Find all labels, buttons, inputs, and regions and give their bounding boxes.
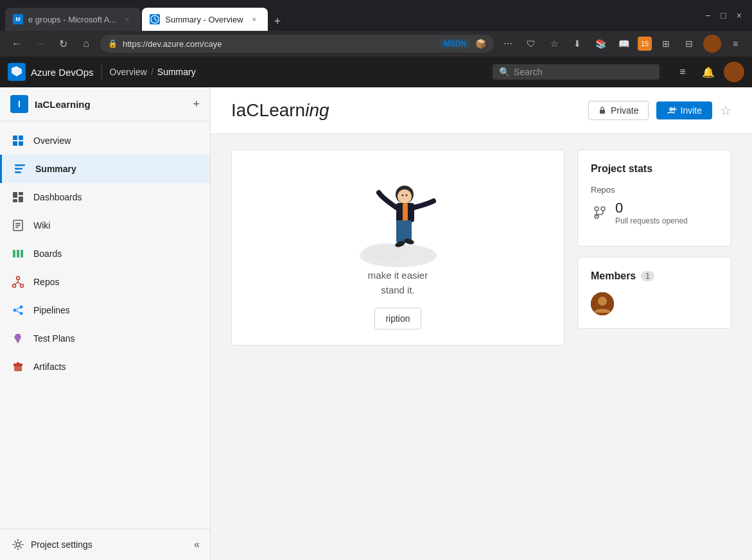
svg-rect-5 <box>19 141 23 146</box>
maximize-button[interactable]: □ <box>721 10 726 21</box>
header-search[interactable]: 🔍 Search <box>493 64 660 80</box>
project-title: IaCLearning <box>231 100 329 121</box>
window-controls[interactable]: − □ × <box>700 10 747 21</box>
tab-1[interactable]: M e groups - Microsoft A... × <box>5 8 141 31</box>
sidebar-item-test-plans[interactable]: Test Plans <box>0 324 210 353</box>
test-plans-icon <box>10 331 26 346</box>
forward-button[interactable]: → <box>31 35 49 53</box>
sidebar-item-summary[interactable]: Summary <box>0 155 210 183</box>
tab-2[interactable]: Summary - Overview × <box>142 8 267 31</box>
summary-label: Summary <box>35 164 76 174</box>
search-placeholder: Search <box>514 67 542 77</box>
sidebar-nav: Overview Summary <box>0 121 210 529</box>
user-avatar[interactable] <box>724 62 744 82</box>
project-add-button[interactable]: + <box>193 98 200 111</box>
private-label: Private <box>611 105 639 116</box>
svg-rect-28 <box>17 362 19 364</box>
pipelines-icon <box>10 302 26 318</box>
add-description-label: ription <box>385 313 410 324</box>
favorite-button[interactable]: ☆ <box>720 103 731 118</box>
minimize-button[interactable]: − <box>705 10 710 21</box>
sidebar-project: I IaCLearning + <box>0 87 210 121</box>
collections-icon[interactable]: 📚 <box>591 35 609 53</box>
member-avatar-1[interactable] <box>591 292 614 315</box>
svg-rect-8 <box>15 171 21 173</box>
desc-line-2: stand it. <box>368 283 428 298</box>
svg-rect-2 <box>13 136 17 140</box>
breadcrumb-summary[interactable]: Summary <box>157 67 196 77</box>
notifications-icon[interactable]: ≡ <box>672 62 693 82</box>
invite-button[interactable]: Invite <box>656 101 712 119</box>
home-button[interactable]: ⌂ <box>77 35 95 53</box>
sidebar-item-overview[interactable]: Overview <box>0 127 210 155</box>
sidebar-footer[interactable]: Project settings « <box>0 529 210 560</box>
svg-point-29 <box>16 543 20 547</box>
sidebar-item-wiki[interactable]: Wiki <box>0 211 210 240</box>
menu-icon[interactable]: ≡ <box>726 35 744 53</box>
svg-point-23 <box>13 309 17 312</box>
members-card: Members 1 <box>577 257 731 329</box>
browser-profile-avatar[interactable] <box>703 35 721 53</box>
dashboards-label: Dashboards <box>33 192 82 202</box>
grid-icon[interactable]: ⊟ <box>680 35 698 53</box>
bookmark-icon: 📦 <box>475 39 486 49</box>
shield-icon[interactable]: 🛡 <box>522 35 540 53</box>
svg-rect-16 <box>15 227 19 228</box>
tab-2-close[interactable]: × <box>249 13 260 25</box>
sidebar-item-pipelines[interactable]: Pipelines <box>0 296 210 324</box>
project-name: IaCLearning <box>35 99 186 110</box>
tab-1-close[interactable]: × <box>121 13 133 25</box>
lock-icon <box>598 106 607 115</box>
add-description-button[interactable]: ription <box>374 308 421 329</box>
ext-badge-icon[interactable]: 15 <box>638 37 652 51</box>
download-icon[interactable]: ⬇ <box>568 35 586 53</box>
svg-point-36 <box>401 195 403 197</box>
svg-point-35 <box>398 189 412 204</box>
project-icon: I <box>10 95 28 113</box>
split-icon[interactable]: ⊞ <box>657 35 675 53</box>
collapse-icon[interactable]: « <box>194 539 200 550</box>
sidebar-item-boards[interactable]: Boards <box>0 240 210 268</box>
new-tab-button[interactable]: + <box>269 12 286 31</box>
repos-section-title: Repos <box>591 185 718 195</box>
breadcrumb-overview[interactable]: Overview <box>110 67 147 77</box>
project-description: make it easier stand it. <box>368 268 428 297</box>
breadcrumb-separator: / <box>151 67 153 77</box>
url-text: https://dev.azure.com/caye <box>123 39 435 49</box>
overview-label: Overview <box>33 136 71 146</box>
reload-button[interactable]: ↻ <box>54 35 72 53</box>
pull-requests-stat: 0 Pull requests opened <box>591 200 718 225</box>
pull-requests-icon <box>591 204 609 222</box>
header-buttons: Private Invite ☆ <box>588 101 731 120</box>
app-container: Azure DevOps Overview / Summary 🔍 Search… <box>0 57 752 560</box>
settings-gear-icon[interactable]: 🔔 <box>698 62 719 82</box>
svg-point-24 <box>20 306 23 309</box>
private-button[interactable]: Private <box>588 101 649 120</box>
back-button[interactable]: ← <box>8 35 26 53</box>
sidebar-item-artifacts[interactable]: Artifacts <box>0 353 210 381</box>
main-layout: I IaCLearning + O <box>0 87 752 560</box>
invite-label: Invite <box>681 105 702 116</box>
devops-logo[interactable]: Azure DevOps <box>8 63 94 81</box>
svg-rect-4 <box>13 141 17 146</box>
close-button[interactable]: × <box>737 10 742 21</box>
members-count: 1 <box>641 271 654 281</box>
address-bar: ← → ↻ ⌂ 🔒 https://dev.azure.com/caye MSD… <box>0 31 752 57</box>
sidebar-item-dashboards[interactable]: Dashboards <box>0 183 210 211</box>
project-content-header: IaCLearning Private <box>211 87 752 134</box>
url-bar[interactable]: 🔒 https://dev.azure.com/caye MSDN 📦 <box>100 35 494 53</box>
extensions-icon[interactable]: ⋯ <box>499 35 517 53</box>
svg-rect-9 <box>13 192 17 198</box>
browser-actions: ⋯ 🛡 ☆ ⬇ 📚 📖 15 ⊞ ⊟ ≡ <box>499 35 744 53</box>
summary-stats-sidebar: Project stats Repos <box>577 150 731 346</box>
svg-rect-17 <box>13 250 15 258</box>
reader-icon[interactable]: 📖 <box>615 35 633 53</box>
sidebar: I IaCLearning + O <box>0 87 211 560</box>
svg-rect-19 <box>21 250 23 258</box>
members-title: Members <box>591 270 636 282</box>
pipelines-label: Pipelines <box>33 305 70 315</box>
svg-rect-11 <box>13 199 17 202</box>
star-icon[interactable]: ☆ <box>545 35 563 53</box>
test-plans-label: Test Plans <box>33 333 75 344</box>
sidebar-item-repos[interactable]: Repos <box>0 268 210 296</box>
